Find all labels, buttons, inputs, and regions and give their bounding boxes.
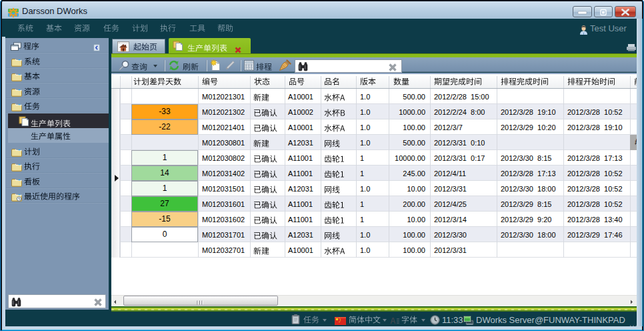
svg-text:A: A	[390, 316, 396, 325]
